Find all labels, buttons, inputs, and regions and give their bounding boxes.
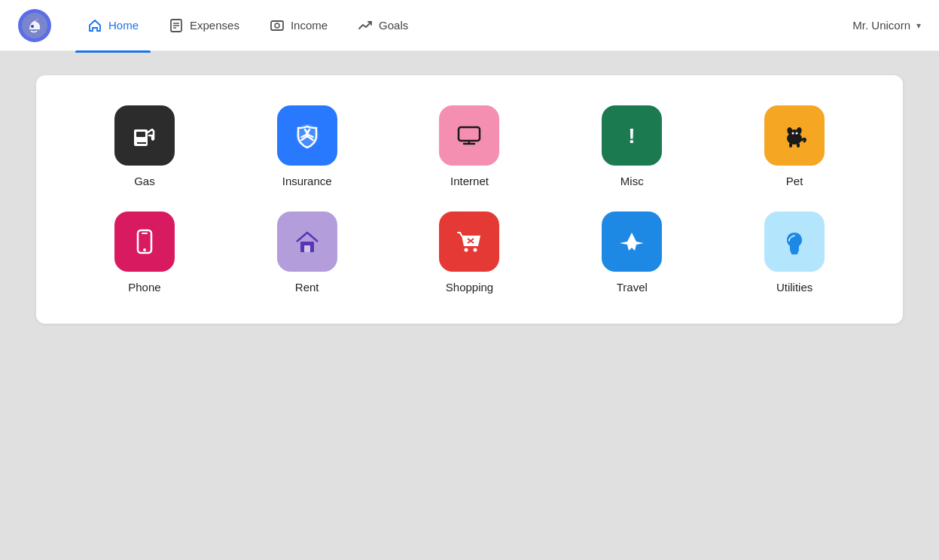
pet-label: Pet [786, 175, 803, 187]
nav-item-expenses[interactable]: Expenses [157, 12, 252, 39]
svg-point-29 [465, 248, 468, 252]
shopping-label: Shopping [446, 281, 493, 294]
main-content: Gas [0, 51, 939, 348]
home-icon [87, 18, 102, 33]
category-shopping[interactable]: Shopping [431, 212, 507, 294]
gas-label: Gas [134, 175, 155, 187]
category-utilities[interactable]: Utilities [757, 212, 832, 294]
header: Home Expenses Income [0, 0, 939, 51]
nav-item-home[interactable]: Home [75, 12, 151, 39]
user-name: Mr. Unicorn [852, 19, 910, 32]
shopping-icon [439, 212, 499, 272]
insurance-icon [277, 105, 337, 166]
chevron-down-icon: ▾ [916, 20, 921, 31]
goals-icon [358, 18, 373, 33]
rent-label: Rent [295, 281, 319, 294]
svg-point-30 [474, 248, 477, 252]
income-label: Income [291, 19, 328, 32]
nav-item-goals[interactable]: Goals [346, 12, 420, 39]
svg-rect-26 [142, 233, 148, 234]
insurance-label: Insurance [282, 175, 332, 187]
svg-rect-9 [136, 132, 145, 137]
misc-label: Misc [620, 175, 644, 187]
category-pet[interactable]: Pet [757, 105, 832, 187]
nav: Home Expenses Income [75, 12, 852, 39]
logo-icon [18, 9, 51, 42]
internet-icon [439, 105, 499, 166]
utilities-icon [764, 212, 825, 272]
svg-rect-23 [797, 143, 800, 148]
svg-rect-6 [271, 21, 283, 30]
internet-label: Internet [450, 175, 489, 187]
goals-label: Goals [379, 19, 408, 32]
nav-item-income[interactable]: Income [258, 12, 340, 39]
travel-icon [602, 212, 662, 272]
category-insurance[interactable]: Insurance [270, 105, 345, 187]
phone-label: Phone [128, 281, 160, 294]
gas-icon [114, 105, 175, 166]
category-travel[interactable]: Travel [594, 212, 669, 294]
home-label: Home [108, 19, 139, 32]
svg-rect-12 [459, 127, 480, 141]
category-internet[interactable]: Internet [431, 105, 507, 187]
svg-rect-28 [304, 245, 310, 252]
category-phone[interactable]: Phone [107, 212, 182, 294]
logo [18, 9, 51, 42]
categories-grid: Gas [72, 105, 867, 294]
expenses-icon [169, 18, 184, 33]
income-icon [270, 18, 285, 33]
expenses-label: Expenses [190, 19, 239, 32]
phone-icon [114, 212, 175, 272]
misc-icon: ! [602, 105, 662, 166]
svg-point-21 [796, 132, 798, 135]
user-menu[interactable]: Mr. Unicorn ▾ [852, 19, 921, 32]
svg-text:!: ! [629, 124, 636, 148]
pet-icon [764, 105, 825, 166]
svg-point-20 [792, 132, 794, 135]
rent-icon [277, 212, 337, 272]
utilities-label: Utilities [776, 281, 812, 294]
svg-point-25 [143, 248, 146, 251]
category-rent[interactable]: Rent [270, 212, 345, 294]
svg-point-1 [31, 25, 34, 28]
category-gas[interactable]: Gas [107, 105, 182, 187]
category-misc[interactable]: ! Misc [594, 105, 669, 187]
svg-point-7 [275, 23, 279, 28]
svg-rect-33 [790, 249, 799, 251]
categories-card: Gas [36, 75, 903, 324]
travel-label: Travel [617, 281, 648, 294]
svg-rect-22 [789, 143, 792, 148]
